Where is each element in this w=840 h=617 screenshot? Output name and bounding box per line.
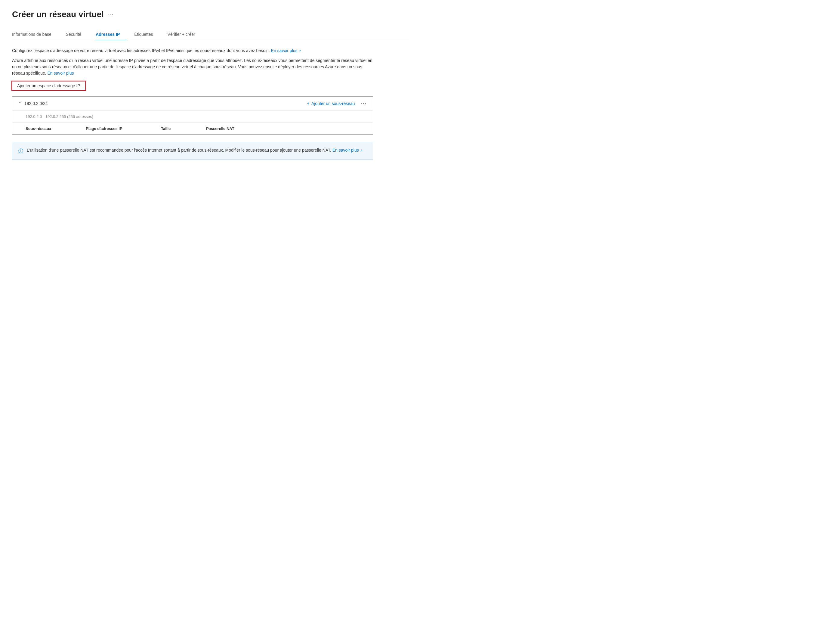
nat-info-text: L'utilisation d'une passerelle NAT est r… — [27, 147, 362, 154]
col-header-ip-range: Plage d'adresses IP — [86, 126, 161, 131]
external-link-icon-2: ↗ — [360, 148, 362, 153]
tab-securite[interactable]: Sécurité — [66, 29, 89, 40]
tab-verifier[interactable]: Vérifier + créer — [168, 29, 202, 40]
description-line1: Configurez l'espace d'adressage de votre… — [12, 47, 373, 54]
address-space-header: ⌃ 192.0.2.0/24 + Ajouter un sous-réseau … — [12, 97, 373, 111]
address-space-ip: 192.0.2.0/24 — [24, 101, 48, 106]
add-address-space-button[interactable]: Ajouter un espace d'adressage IP — [12, 81, 86, 90]
add-subnet-button[interactable]: + Ajouter un sous-réseau — [307, 101, 355, 106]
tab-adresses-ip[interactable]: Adresses IP — [96, 29, 127, 40]
tab-etiquettes[interactable]: Étiquettes — [134, 29, 160, 40]
nat-info-box: ⓘ L'utilisation d'une passerelle NAT est… — [12, 142, 373, 160]
description-line2: Azure attribue aux ressources d'un résea… — [12, 58, 373, 77]
ellipsis-menu-button[interactable]: ··· — [108, 12, 114, 18]
info-icon: ⓘ — [18, 148, 23, 155]
nat-learn-more-link[interactable]: En savoir plus↗ — [332, 148, 362, 152]
description-block: Configurez l'espace d'adressage de votre… — [12, 47, 373, 77]
address-space-right: + Ajouter un sous-réseau ··· — [307, 101, 367, 106]
page-title-row: Créer un réseau virtuel ··· — [12, 10, 409, 19]
col-header-size: Taille — [161, 126, 206, 131]
tabs-nav: Informations de base Sécurité Adresses I… — [12, 29, 409, 40]
address-space-box: ⌃ 192.0.2.0/24 + Ajouter un sous-réseau … — [12, 96, 373, 135]
subnet-table-header: Sous-réseaux Plage d'adresses IP Taille … — [12, 123, 373, 134]
learn-more-link-1[interactable]: En savoir plus↗ — [271, 48, 301, 53]
tab-informations[interactable]: Informations de base — [12, 29, 59, 40]
col-header-nat: Passerelle NAT — [206, 126, 281, 131]
external-link-icon-1: ↗ — [298, 49, 301, 53]
address-range: 192.0.2.0 - 192.0.2.255 (256 adresses) — [12, 111, 373, 123]
chevron-down-icon[interactable]: ⌃ — [18, 101, 21, 106]
more-options-button[interactable]: ··· — [361, 101, 367, 106]
address-space-left: ⌃ 192.0.2.0/24 — [18, 101, 48, 106]
plus-icon: + — [307, 101, 310, 106]
learn-more-link-2[interactable]: En savoir plus — [47, 71, 74, 75]
page-title: Créer un réseau virtuel — [12, 10, 104, 19]
col-header-subnets: Sous-réseaux — [25, 126, 86, 131]
